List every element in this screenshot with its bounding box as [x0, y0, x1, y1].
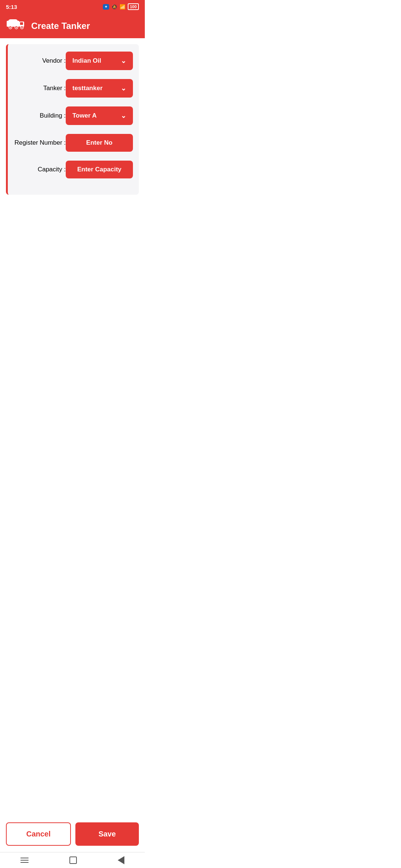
svg-point-7	[10, 27, 11, 28]
vendor-value: Indian Oil	[72, 57, 101, 65]
mute-icon: 🔕	[111, 4, 117, 10]
building-dropdown[interactable]: Tower A ⌄	[66, 106, 133, 125]
capacity-placeholder: Enter Capacity	[77, 166, 121, 173]
tanker-dropdown[interactable]: testtanker ⌄	[66, 79, 133, 98]
building-value: Tower A	[72, 112, 97, 119]
page-title: Create Tanker	[31, 21, 90, 31]
building-label: Building :	[14, 112, 66, 119]
status-icons: ✦ 🔕 📶 100	[103, 3, 139, 10]
capacity-row: Capacity : Enter Capacity	[14, 161, 133, 178]
vendor-dropdown[interactable]: Indian Oil ⌄	[66, 52, 133, 70]
capacity-label: Capacity :	[14, 166, 66, 173]
tanker-label: Tanker :	[14, 85, 66, 92]
main-content	[0, 201, 145, 349]
building-chevron-icon: ⌄	[121, 112, 126, 120]
tanker-value: testtanker	[72, 85, 102, 92]
register-number-input[interactable]: Enter No	[66, 134, 133, 152]
tanker-row: Tanker : testtanker ⌄	[14, 79, 133, 98]
register-number-label: Register Number :	[14, 139, 66, 147]
svg-rect-1	[8, 19, 18, 26]
bluetooth-icon: ✦	[103, 4, 109, 10]
app-bar: Create Tanker	[0, 13, 145, 38]
register-number-placeholder: Enter No	[86, 139, 113, 147]
form-card: Vendor : Indian Oil ⌄ Tanker : testtanke…	[6, 44, 139, 195]
vendor-chevron-icon: ⌄	[121, 57, 126, 65]
svg-point-8	[16, 27, 17, 28]
capacity-input[interactable]: Enter Capacity	[66, 161, 133, 178]
battery-indicator: 100	[128, 3, 139, 10]
vendor-label: Vendor :	[14, 57, 66, 65]
register-number-row: Register Number : Enter No	[14, 134, 133, 152]
vendor-row: Vendor : Indian Oil ⌄	[14, 52, 133, 70]
status-bar: 5:13 ✦ 🔕 📶 100	[0, 0, 145, 13]
building-row: Building : Tower A ⌄	[14, 106, 133, 125]
status-time: 5:13	[6, 4, 17, 10]
tanker-chevron-icon: ⌄	[121, 84, 126, 92]
tanker-icon	[6, 19, 25, 33]
svg-rect-3	[20, 22, 23, 25]
svg-point-9	[22, 27, 23, 28]
wifi-icon: 📶	[120, 4, 125, 10]
